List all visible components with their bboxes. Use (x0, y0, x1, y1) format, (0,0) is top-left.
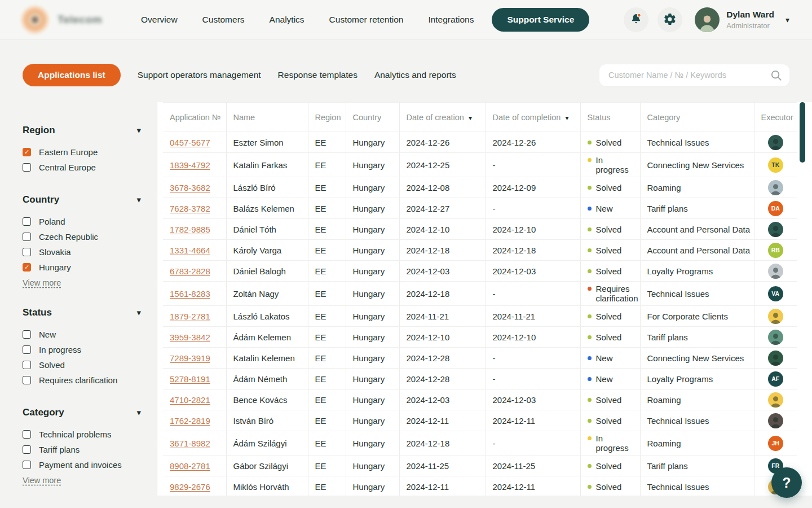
executor-avatar[interactable]: AF (768, 371, 783, 387)
filter-section-header[interactable]: Region ▾ (23, 122, 141, 138)
cell-executor (754, 389, 797, 410)
application-link[interactable]: 4710-2821 (170, 395, 210, 405)
application-link[interactable]: 1782-9885 (170, 225, 210, 234)
filter-section-category: Category ▾ Technical problems Tariff pla… (23, 405, 141, 485)
cell-category: Tariff plans (640, 327, 754, 348)
executor-avatar[interactable]: TK (768, 157, 783, 173)
filter-option-tariff-plans[interactable]: Tariff plans (23, 442, 141, 457)
nav-item-overview[interactable]: Overview (141, 15, 178, 25)
user-menu[interactable]: Dylan Ward Administrator ▾ (695, 7, 789, 32)
filter-option-payment-and-invoices[interactable]: Payment and invoices (23, 457, 141, 472)
filter-option-slovakia[interactable]: Slovakia (23, 244, 141, 260)
checkbox[interactable] (23, 430, 31, 439)
application-link[interactable]: 3671-8982 (170, 439, 210, 448)
cell-name: Katalin Kelemen (226, 348, 308, 369)
executor-avatar[interactable] (768, 135, 783, 150)
tab-support-operators-management[interactable]: Support operators management (138, 64, 261, 86)
executor-avatar[interactable] (768, 180, 783, 195)
cell-status: Solved (580, 240, 640, 261)
filter-section-header[interactable]: Country ▾ (23, 192, 141, 207)
filter-option-requires-clarification[interactable]: Requires clarification (23, 373, 141, 388)
application-link[interactable]: 1561-8283 (170, 289, 210, 299)
executor-avatar[interactable]: DA (768, 201, 783, 216)
application-link[interactable]: 0457-5677 (170, 138, 210, 147)
filter-option-central-europe[interactable]: Central Europe (23, 160, 141, 175)
search-icon[interactable] (770, 69, 783, 84)
executor-avatar[interactable]: JH (768, 436, 783, 451)
cell-executor: JH (754, 431, 797, 456)
chevron-down-icon[interactable]: ▾ (785, 15, 789, 24)
cell-name: Miklós Horváth (226, 476, 308, 496)
application-link[interactable]: 7289-3919 (170, 353, 210, 363)
column-header-date-of-creation[interactable]: Date of creation▾ (399, 103, 486, 132)
executor-avatar[interactable] (768, 392, 783, 408)
nav-item-analytics[interactable]: Analytics (270, 15, 304, 25)
filter-section-header[interactable]: Category ▾ (23, 405, 141, 420)
filter-option-technical-problems[interactable]: Technical problems (23, 427, 141, 442)
executor-avatar[interactable] (768, 413, 783, 428)
application-link[interactable]: 3959-3842 (170, 332, 210, 342)
nav-item-customers[interactable]: Customers (202, 15, 245, 25)
application-link[interactable]: 1331-4664 (170, 246, 210, 255)
executor-avatar[interactable] (768, 264, 783, 279)
tab-applications-list[interactable]: Applications list (23, 64, 121, 86)
checkbox[interactable] (23, 461, 31, 469)
sort-icon[interactable]: ▾ (469, 114, 472, 122)
cell-category: Tariff plans (640, 198, 754, 219)
application-link[interactable]: 1839-4792 (170, 160, 210, 170)
checkbox[interactable] (23, 248, 31, 256)
help-button[interactable]: ? (771, 467, 802, 498)
vertical-scrollbar[interactable] (800, 102, 805, 163)
executor-avatar[interactable]: VA (768, 286, 783, 301)
support-service-button[interactable]: Support Service (492, 8, 589, 32)
nav-item-customer-retention[interactable]: Customer retention (329, 15, 404, 25)
application-link[interactable]: 8908-2781 (170, 461, 210, 471)
view-more-link[interactable]: View more (23, 278, 61, 287)
executor-avatar[interactable] (768, 222, 783, 237)
notifications-button[interactable] (624, 7, 648, 32)
filter-section-title: Status (23, 307, 52, 318)
sort-icon[interactable]: ▾ (565, 114, 568, 122)
application-link[interactable]: 9829-2676 (170, 482, 210, 492)
application-link[interactable]: 1762-2819 (170, 416, 210, 426)
application-link[interactable]: 1879-2781 (170, 312, 210, 321)
checkbox[interactable] (23, 163, 31, 172)
tab-response-templates[interactable]: Response templates (278, 64, 358, 86)
filter-option-solved[interactable]: Solved (23, 357, 141, 373)
executor-avatar[interactable] (768, 330, 783, 345)
executor-avatar[interactable]: RB (768, 243, 783, 258)
checkbox[interactable]: ✓ (23, 263, 31, 271)
executor-avatar[interactable] (768, 351, 783, 366)
settings-button[interactable] (657, 7, 682, 32)
cell-country: Hungary (346, 153, 399, 177)
filter-section-header[interactable]: Status ▾ (23, 305, 141, 320)
filter-option-poland[interactable]: Poland (23, 214, 141, 229)
table-row: 3678-3682 László Bíró EE Hungary 2024-12… (163, 177, 797, 198)
application-link[interactable]: 3678-3682 (170, 183, 210, 192)
checkbox[interactable] (23, 345, 31, 354)
filter-option-czech-republic[interactable]: Czech Republic (23, 229, 141, 244)
application-link[interactable]: 6783-2828 (170, 266, 210, 276)
view-more-link[interactable]: View more (23, 476, 61, 485)
application-link[interactable]: 5278-8191 (170, 374, 210, 384)
checkbox[interactable] (23, 233, 31, 241)
checkbox[interactable] (23, 445, 31, 454)
application-link[interactable]: 7628-3782 (170, 204, 210, 213)
tab-analytics-and-reports[interactable]: Analytics and reports (374, 64, 456, 86)
filter-option-in-progress[interactable]: In progress (23, 342, 141, 357)
filter-options: New In progress Solved Requires clarific… (23, 327, 141, 388)
checkbox[interactable]: ✓ (23, 148, 31, 156)
column-header-date-of-completion[interactable]: Date of completion▾ (486, 103, 580, 132)
checkbox[interactable] (23, 376, 31, 384)
filter-option-eastern-europe[interactable]: ✓ Eastern Europe (23, 144, 141, 160)
filter-option-new[interactable]: New (23, 327, 141, 342)
checkbox[interactable] (23, 330, 31, 339)
filter-option-hungary[interactable]: ✓ Hungary (23, 260, 141, 275)
executor-avatar[interactable] (768, 309, 783, 324)
search-input[interactable] (599, 64, 789, 86)
filter-option-label: Poland (39, 217, 65, 226)
checkbox[interactable] (23, 217, 31, 226)
nav-item-integrations[interactable]: Integrations (428, 15, 474, 25)
cell-category: Roaming (640, 389, 754, 410)
checkbox[interactable] (23, 361, 31, 369)
